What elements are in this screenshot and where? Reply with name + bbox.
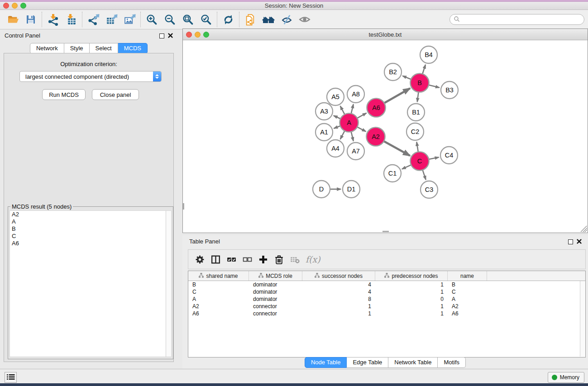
- zoom-out-icon[interactable]: [161, 12, 179, 27]
- cell-name[interactable]: B: [448, 281, 487, 288]
- network-hscroll-indicator[interactable]: [382, 231, 389, 232]
- cell-predecessor-nodes[interactable]: 1: [375, 281, 448, 288]
- cell-shared-name[interactable]: A6: [188, 310, 249, 317]
- import-table-icon[interactable]: [62, 12, 80, 27]
- settings-icon[interactable]: [192, 253, 208, 266]
- column-header-name[interactable]: name: [448, 271, 487, 281]
- import-network-icon[interactable]: [44, 12, 62, 27]
- node-A[interactable]: A: [340, 114, 359, 132]
- edge-A-A4[interactable]: [340, 131, 345, 139]
- add-icon[interactable]: [255, 253, 271, 266]
- table-row[interactable]: A6connector11A6: [188, 310, 585, 317]
- network-canvas[interactable]: B4B2BB3A5A8A6A3B1AA1C2A2A4A7C4CC1C3DD1: [183, 40, 588, 233]
- mcds-result-item[interactable]: C: [10, 233, 166, 240]
- search-input[interactable]: [462, 16, 580, 23]
- mcds-result-item[interactable]: B: [10, 225, 166, 233]
- edge-A2-C[interactable]: [384, 141, 410, 156]
- table-row[interactable]: Bdominator41B: [188, 281, 585, 288]
- tab-network-table[interactable]: Network Table: [388, 357, 438, 368]
- column-header-predecessor-nodes[interactable]: predecessor nodes: [375, 271, 448, 281]
- cell-shared-name[interactable]: A: [188, 296, 249, 302]
- refresh-icon[interactable]: [219, 12, 237, 27]
- node-C4[interactable]: C4: [440, 147, 458, 164]
- run-mcds-button[interactable]: Run MCDS: [42, 89, 86, 100]
- edge-A-A1[interactable]: [334, 126, 340, 128]
- node-A8[interactable]: A8: [347, 86, 364, 103]
- edge-A-A2[interactable]: [357, 127, 366, 132]
- node-C2[interactable]: C2: [406, 123, 424, 140]
- node-A1[interactable]: A1: [316, 124, 333, 141]
- tab-motifs[interactable]: Motifs: [438, 357, 466, 368]
- mcds-result-item[interactable]: A2: [10, 211, 166, 218]
- node-A6[interactable]: A6: [367, 99, 386, 117]
- table-row[interactable]: Cdominator41C: [188, 288, 585, 295]
- node-C3[interactable]: C3: [421, 181, 438, 198]
- cell-shared-name[interactable]: B: [188, 281, 249, 288]
- edge-C-C3[interactable]: [422, 170, 425, 180]
- cell-MCDS-role[interactable]: connector: [249, 303, 302, 310]
- node-C1[interactable]: C1: [384, 165, 401, 182]
- cell-name[interactable]: A: [448, 296, 487, 302]
- node-D1[interactable]: D1: [343, 181, 360, 198]
- task-history-button[interactable]: [5, 372, 17, 383]
- edge-A-A6[interactable]: [357, 113, 367, 118]
- column-header-MCDS-role[interactable]: MCDS role: [249, 271, 302, 281]
- edge-C-C2[interactable]: [416, 142, 418, 152]
- cell-successor-nodes[interactable]: 4: [302, 281, 375, 288]
- tab-node-table[interactable]: Node Table: [305, 357, 347, 368]
- criterion-dropdown[interactable]: largest connected component (directed): [19, 71, 162, 82]
- select-all-icon[interactable]: [224, 253, 239, 266]
- cell-successor-nodes[interactable]: 1: [302, 310, 375, 317]
- new-network-file-icon[interactable]: [241, 12, 259, 27]
- table-scrollbar[interactable]: [580, 281, 585, 357]
- tab-select[interactable]: Select: [90, 43, 118, 54]
- edge-A-A7[interactable]: [351, 132, 354, 141]
- column-header-shared-name[interactable]: shared name: [188, 271, 249, 281]
- cell-MCDS-role[interactable]: dominator: [249, 296, 302, 302]
- cell-predecessor-nodes[interactable]: 1: [375, 289, 448, 295]
- export-network-icon[interactable]: [84, 12, 102, 27]
- close-panel-icon[interactable]: [168, 33, 173, 39]
- tab-network[interactable]: Network: [30, 43, 64, 54]
- zoom-in-icon[interactable]: [143, 12, 161, 27]
- edge-A-A3[interactable]: [334, 116, 340, 119]
- cell-name[interactable]: C: [448, 289, 487, 295]
- edge-B-B4[interactable]: [422, 65, 425, 74]
- mcds-result-item[interactable]: A: [10, 218, 166, 225]
- node-A5[interactable]: A5: [327, 88, 344, 105]
- zoom-selected-icon[interactable]: [197, 12, 215, 27]
- network-window-titlebar[interactable]: testGlobe.txt: [183, 29, 588, 40]
- mcds-result-list[interactable]: A2ABCA6: [10, 210, 166, 357]
- cell-predecessor-nodes[interactable]: 0: [375, 296, 448, 302]
- cell-successor-nodes[interactable]: 4: [302, 289, 375, 295]
- open-folder-icon[interactable]: [4, 12, 22, 27]
- cell-name[interactable]: A2: [448, 303, 487, 310]
- node-B[interactable]: B: [411, 74, 429, 92]
- node-D[interactable]: D: [313, 181, 330, 198]
- cell-predecessor-nodes[interactable]: 1: [375, 310, 448, 317]
- delete-icon[interactable]: [271, 253, 287, 266]
- tab-mcds[interactable]: MCDS: [118, 43, 148, 54]
- node-B2[interactable]: B2: [384, 63, 402, 81]
- mcds-result-item[interactable]: A6: [10, 240, 166, 247]
- node-A3[interactable]: A3: [316, 103, 333, 120]
- edge-A-A8[interactable]: [351, 104, 354, 114]
- node-A7[interactable]: A7: [347, 143, 364, 160]
- result-list-scrollbar[interactable]: [166, 210, 172, 357]
- cell-shared-name[interactable]: C: [188, 289, 249, 295]
- node-A4[interactable]: A4: [327, 140, 344, 157]
- network-vscroll-indicator[interactable]: [183, 203, 184, 210]
- cell-MCDS-role[interactable]: dominator: [249, 289, 302, 295]
- zoom-fit-icon[interactable]: [179, 12, 197, 27]
- home-icon[interactable]: [259, 12, 277, 27]
- deselect-all-icon[interactable]: [239, 253, 255, 266]
- edge-A-A5[interactable]: [340, 106, 345, 114]
- close-panel-button[interactable]: Close panel: [92, 89, 139, 100]
- node-B3[interactable]: B3: [441, 81, 458, 99]
- edge-B-B2[interactable]: [402, 76, 411, 80]
- float-table-panel-icon[interactable]: [568, 239, 573, 244]
- edge-C-C1[interactable]: [402, 165, 411, 169]
- table-row[interactable]: Adominator80A: [188, 295, 585, 303]
- cell-MCDS-role[interactable]: dominator: [249, 281, 302, 288]
- show-details-icon[interactable]: [296, 12, 314, 27]
